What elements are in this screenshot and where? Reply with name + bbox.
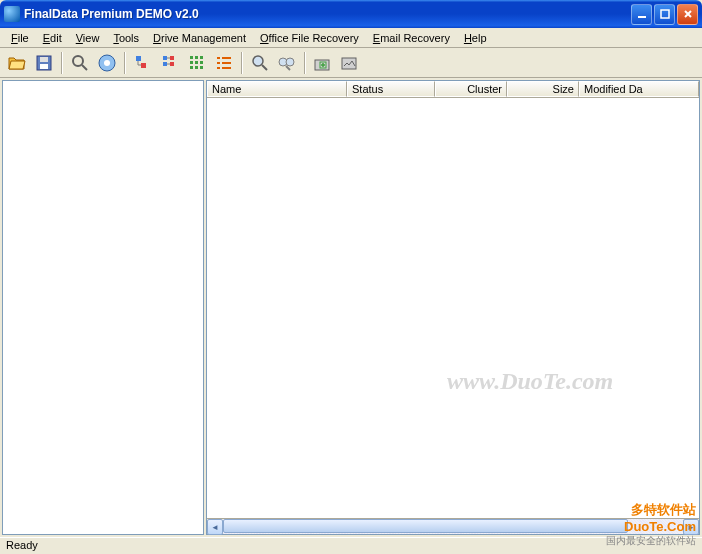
search-icon xyxy=(71,54,89,72)
watermark: www.DuoTe.com xyxy=(447,368,613,395)
maximize-button[interactable] xyxy=(654,4,675,25)
column-modified[interactable]: Modified Da xyxy=(579,81,699,97)
svg-rect-28 xyxy=(222,67,231,69)
scan-button[interactable] xyxy=(94,50,120,76)
menu-edit[interactable]: Edit xyxy=(36,30,69,46)
menubar: File Edit View Tools Drive Management Of… xyxy=(0,28,702,48)
menu-file[interactable]: File xyxy=(4,30,36,46)
svg-rect-1 xyxy=(661,10,669,18)
svg-rect-22 xyxy=(200,66,203,69)
menu-office-recovery[interactable]: Office File Recovery xyxy=(253,30,366,46)
minimize-button[interactable] xyxy=(631,4,652,25)
status-text: Ready xyxy=(6,539,38,551)
list-detail-button[interactable] xyxy=(211,50,237,76)
recover-icon xyxy=(313,54,333,72)
svg-rect-26 xyxy=(222,62,231,64)
scan-icon xyxy=(97,53,117,73)
svg-rect-0 xyxy=(638,16,646,18)
list-body[interactable]: www.DuoTe.com xyxy=(207,98,699,518)
menu-help[interactable]: Help xyxy=(457,30,494,46)
svg-rect-8 xyxy=(136,56,141,61)
list-small-icon xyxy=(188,54,206,72)
svg-rect-4 xyxy=(40,64,48,69)
list-detail-icon xyxy=(215,54,233,72)
svg-rect-25 xyxy=(217,62,220,64)
svg-rect-20 xyxy=(190,66,193,69)
window-title: FinalData Premium DEMO v2.0 xyxy=(24,7,631,21)
svg-point-29 xyxy=(253,56,263,66)
menu-drive-management[interactable]: Drive Management xyxy=(146,30,253,46)
open-button[interactable] xyxy=(4,50,30,76)
toolbar xyxy=(0,48,702,78)
svg-rect-14 xyxy=(190,56,193,59)
svg-point-5 xyxy=(73,56,83,66)
svg-rect-19 xyxy=(200,61,203,64)
column-status[interactable]: Status xyxy=(347,81,435,97)
find-next-button[interactable] xyxy=(274,50,300,76)
column-headers: Name Status Cluster Size Modified Da xyxy=(207,81,699,98)
svg-rect-10 xyxy=(163,56,167,60)
preview-icon xyxy=(340,54,360,72)
menu-view[interactable]: View xyxy=(69,30,107,46)
find-next-icon xyxy=(277,54,297,72)
list-small-button[interactable] xyxy=(184,50,210,76)
toolbar-separator xyxy=(304,52,306,74)
close-button[interactable] xyxy=(677,4,698,25)
tree-expand-button[interactable] xyxy=(157,50,183,76)
tree-expand-icon xyxy=(161,54,179,72)
window-controls xyxy=(631,4,698,25)
scroll-track[interactable] xyxy=(223,519,683,534)
minimize-icon xyxy=(636,8,648,20)
preview-button[interactable] xyxy=(337,50,363,76)
svg-rect-24 xyxy=(222,57,231,59)
scroll-thumb[interactable] xyxy=(223,519,628,533)
svg-point-7 xyxy=(104,60,110,66)
app-icon xyxy=(4,6,20,22)
toolbar-separator xyxy=(61,52,63,74)
svg-rect-3 xyxy=(40,57,48,62)
save-button[interactable] xyxy=(31,50,57,76)
client-area: Name Status Cluster Size Modified Da www… xyxy=(0,78,702,537)
statusbar: Ready xyxy=(0,537,702,554)
svg-rect-17 xyxy=(190,61,193,64)
svg-rect-12 xyxy=(170,56,174,60)
menu-tools[interactable]: Tools xyxy=(106,30,146,46)
scroll-left-button[interactable]: ◄ xyxy=(207,519,223,535)
search-button[interactable] xyxy=(67,50,93,76)
save-icon xyxy=(35,54,53,72)
column-size[interactable]: Size xyxy=(507,81,579,97)
toolbar-separator xyxy=(124,52,126,74)
recover-button[interactable] xyxy=(310,50,336,76)
close-icon xyxy=(682,8,694,20)
list-pane: Name Status Cluster Size Modified Da www… xyxy=(206,80,700,535)
svg-rect-23 xyxy=(217,57,220,59)
titlebar: FinalData Premium DEMO v2.0 xyxy=(0,0,702,28)
tree-collapse-icon xyxy=(134,54,152,72)
horizontal-scrollbar: ◄ ► xyxy=(207,518,699,534)
svg-rect-15 xyxy=(195,56,198,59)
column-cluster[interactable]: Cluster xyxy=(435,81,507,97)
svg-rect-11 xyxy=(163,62,167,66)
toolbar-separator xyxy=(241,52,243,74)
svg-rect-16 xyxy=(200,56,203,59)
scroll-right-button[interactable]: ► xyxy=(683,519,699,535)
svg-rect-27 xyxy=(217,67,220,69)
column-name[interactable]: Name xyxy=(207,81,347,97)
tree-pane[interactable] xyxy=(2,80,204,535)
svg-point-31 xyxy=(286,58,294,66)
maximize-icon xyxy=(659,8,671,20)
svg-rect-13 xyxy=(170,62,174,66)
svg-rect-21 xyxy=(195,66,198,69)
svg-rect-9 xyxy=(141,63,146,68)
menu-email-recovery[interactable]: Email Recovery xyxy=(366,30,457,46)
open-icon xyxy=(7,54,27,72)
tree-collapse-button[interactable] xyxy=(130,50,156,76)
find-button[interactable] xyxy=(247,50,273,76)
find-icon xyxy=(251,54,269,72)
svg-rect-18 xyxy=(195,61,198,64)
